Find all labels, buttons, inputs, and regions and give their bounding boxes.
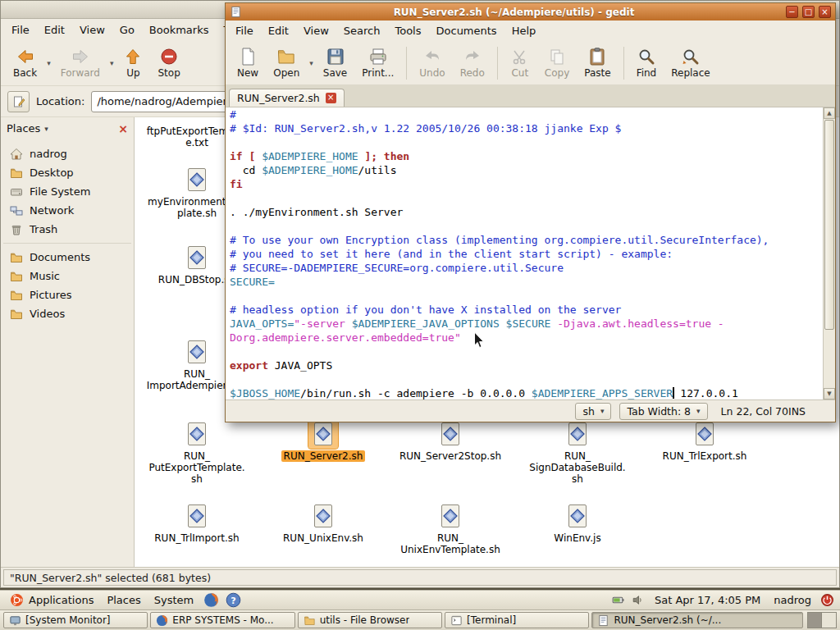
file-item-run-trlexport-sh[interactable]: RUN_TrlExport.sh <box>654 419 756 462</box>
maximize-button[interactable]: □ <box>802 6 815 18</box>
gedit-find-button[interactable]: Find <box>629 44 664 81</box>
tab-close-icon[interactable]: × <box>326 93 336 103</box>
file-item-run-unixenv-sh[interactable]: RUN_UnixEnv.sh <box>272 501 374 544</box>
place-file-system[interactable]: File System <box>1 182 134 201</box>
sidebar-separator <box>3 243 131 244</box>
file-item-run-putexporttemplate-sh[interactable]: RUN_PutExportTemplate.sh <box>146 419 248 485</box>
place-trash[interactable]: Trash <box>1 220 134 239</box>
edit-location-icon <box>12 95 25 108</box>
file-label: RUN_Server2.sh <box>281 450 366 462</box>
fb-menu-go[interactable]: Go <box>112 21 142 39</box>
panel-menu-applications[interactable]: Applications <box>3 591 100 609</box>
svg-text:?: ? <box>231 596 236 606</box>
editor-area[interactable]: ## $Id: RUN_Server2.sh,v 1.22 2005/10/26… <box>226 107 835 399</box>
code-line <box>230 289 823 303</box>
file-browser-statusbar: "RUN_Server2.sh" selected (681 bytes) <box>1 567 839 587</box>
vertical-scrollbar[interactable]: ▲ ▼ <box>823 107 835 399</box>
launcher-firefox[interactable] <box>203 592 219 608</box>
cursor-position: Ln 22, Col 70 <box>721 405 788 418</box>
gedit-menu-view[interactable]: View <box>296 21 336 40</box>
file-item-run-server2-sh[interactable]: RUN_Server2.sh <box>272 419 374 462</box>
gedit-paste-button[interactable]: Paste <box>577 44 618 81</box>
fb-stop-button[interactable]: Stop <box>150 44 187 81</box>
place-pictures[interactable]: Pictures <box>1 285 134 304</box>
places-sidebar: Places ▾ × nadrogDesktopFile SystemNetwo… <box>1 117 135 567</box>
fb-back-button[interactable]: Back <box>6 44 44 81</box>
gedit-menu-documents[interactable]: Documents <box>429 21 504 40</box>
desktop-icon <box>10 167 23 180</box>
taskbar-terminal[interactable]: [Terminal] <box>445 612 589 628</box>
statusbar-frame: "RUN_Server2.sh" selected (681 bytes) <box>3 569 837 586</box>
toolbar-separator <box>406 47 407 80</box>
taskbar-utils-file-browser[interactable]: utils - File Browser <box>298 612 442 628</box>
gedit-copy-button: Copy <box>537 44 577 81</box>
place-nadrog[interactable]: nadrog <box>1 144 134 163</box>
file-item-run-server2stop-sh[interactable]: RUN_Server2Stop.sh <box>399 419 501 462</box>
place-desktop[interactable]: Desktop <box>1 163 134 182</box>
script-file-icon <box>563 501 592 531</box>
scroll-down-icon[interactable]: ▼ <box>824 388 835 399</box>
tab-width-combo[interactable]: Tab Width: 8▾ <box>619 403 707 420</box>
clock[interactable]: Sat Apr 17, 4:05 PM <box>651 594 765 606</box>
file-item-run-signdatabasebuild-sh[interactable]: RUN_SignDatabaseBuild.sh <box>527 419 628 485</box>
fb-menu-view[interactable]: View <box>72 21 112 39</box>
firefox-icon <box>203 592 219 608</box>
location-toggle-button[interactable] <box>7 91 30 112</box>
mouse-cursor <box>473 331 485 349</box>
tab-run-server2[interactable]: RUN_Server2.sh × <box>229 89 345 107</box>
place-videos[interactable]: Videos <box>1 304 134 323</box>
workspace-1[interactable] <box>808 613 822 628</box>
gedit-menu-tools[interactable]: Tools <box>387 21 428 40</box>
file-item-run-unixenvtemplate-sh[interactable]: RUN_UnixEnvTemplate.sh <box>399 501 501 555</box>
gedit-menu-edit[interactable]: Edit <box>261 21 296 40</box>
file-item-run-trlimport-sh[interactable]: RUN_TrlImport.sh <box>146 501 248 544</box>
battery-icon[interactable] <box>611 593 625 607</box>
workspace-2[interactable] <box>821 613 836 628</box>
taskbar-run-server2-sh[interactable]: RUN_Server2.sh (~/... <box>591 612 803 628</box>
gedit-menu-search[interactable]: Search <box>336 21 388 40</box>
gedit-print-button[interactable]: Print... <box>354 44 401 81</box>
speaker-icon[interactable] <box>631 593 645 607</box>
gedit-toolbar: NewOpen▾SavePrint...UndoRedoCutCopyPaste… <box>226 41 835 85</box>
gedit-new-button[interactable]: New <box>230 44 266 81</box>
close-sidebar-icon[interactable]: × <box>118 123 128 135</box>
code-line: JAVA_OPTS="-server $ADEMPIERE_JAVA_OPTIO… <box>230 317 823 331</box>
power-icon[interactable] <box>820 593 834 607</box>
fb-menu-bookmarks[interactable]: Bookmarks <box>142 21 217 39</box>
fb-menu-file[interactable]: File <box>4 21 37 39</box>
toolbar-separator <box>497 47 498 80</box>
code-line: . ./myEnvironment.sh Server <box>230 205 823 219</box>
gedit-open-button[interactable]: Open <box>266 44 307 81</box>
gedit-menu-help[interactable]: Help <box>504 21 544 40</box>
chevron-down-icon[interactable]: ▾ <box>307 59 316 67</box>
fb-menu-edit[interactable]: Edit <box>37 21 72 39</box>
script-file-icon <box>182 501 212 531</box>
language-combo[interactable]: sh▾ <box>575 403 611 420</box>
chevron-down-icon[interactable]: ▾ <box>44 59 53 67</box>
gedit-replace-button[interactable]: Replace <box>664 44 717 81</box>
user-menu[interactable]: nadrog <box>770 594 815 606</box>
editor-text[interactable]: ## $Id: RUN_Server2.sh,v 1.22 2005/10/26… <box>226 107 823 399</box>
scrollbar-thumb[interactable] <box>824 120 834 330</box>
script-file-icon <box>436 501 465 531</box>
gedit-menu-file[interactable]: File <box>228 21 261 40</box>
minimize-button[interactable]: − <box>786 6 798 18</box>
place-documents[interactable]: Documents <box>1 248 134 267</box>
panel-menu-places[interactable]: Places <box>100 592 147 608</box>
places-header[interactable]: Places ▾ × <box>1 117 134 139</box>
panel-menu-system[interactable]: System <box>148 592 200 608</box>
gedit-save-button[interactable]: Save <box>316 44 354 81</box>
taskbar-erp-systems-mo[interactable]: ERP SYSTEMS - Mo... <box>150 612 294 628</box>
place-network[interactable]: Network <box>1 201 134 220</box>
place-music[interactable]: Music <box>1 267 134 285</box>
chevron-down-icon[interactable]: ▾ <box>107 59 116 67</box>
scroll-up-icon[interactable]: ▲ <box>824 107 835 119</box>
taskbar-system-monitor[interactable]: [System Monitor] <box>3 612 148 628</box>
launcher-help[interactable]: ? <box>226 592 241 608</box>
gedit-window: RUN_Server2.sh (~/Adempiere/utils) - ged… <box>225 2 836 422</box>
file-item-winenv-js[interactable]: WinEnv.js <box>527 501 628 544</box>
gedit-titlebar[interactable]: RUN_Server2.sh (~/Adempiere/utils) - ged… <box>226 3 835 21</box>
fb-up-button[interactable]: Up <box>116 44 150 81</box>
gedit-title: RUN_Server2.sh (~/Adempiere/utils) - ged… <box>246 7 782 18</box>
close-button[interactable]: × <box>819 6 831 18</box>
